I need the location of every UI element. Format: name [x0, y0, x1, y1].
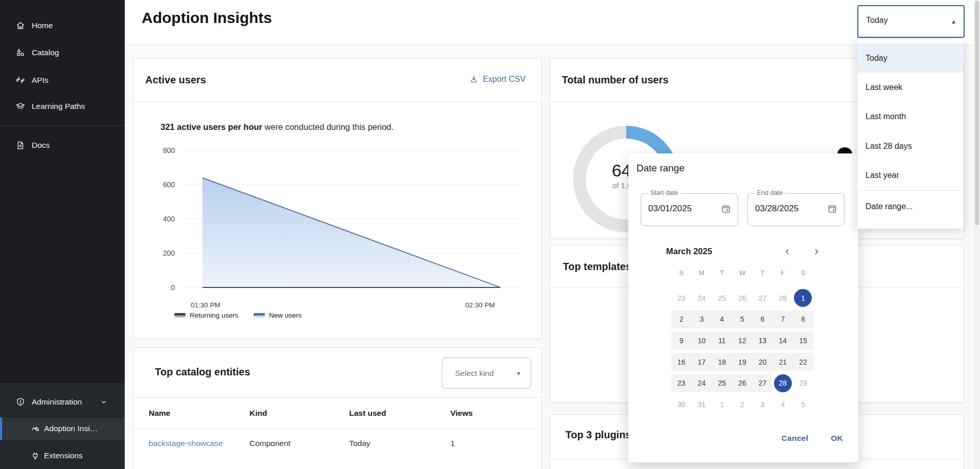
sidebar-item-home[interactable]: Home	[0, 14, 125, 37]
calendar-day[interactable]: 8	[793, 310, 813, 328]
calendar-day[interactable]: 4	[772, 394, 793, 415]
column-header-views: Views	[450, 409, 473, 418]
menu-item-last-week[interactable]: Last week	[857, 73, 964, 102]
chevron-up-icon: ▲	[951, 18, 956, 25]
entity-views: 1	[450, 439, 455, 448]
legend-item-new-users: New users	[254, 311, 302, 319]
calendar-day[interactable]: 15	[793, 331, 813, 349]
calendar-day[interactable]: 28	[774, 374, 792, 392]
calendar-day[interactable]: 18	[712, 353, 732, 371]
previous-month-button[interactable]	[780, 244, 795, 259]
active-users-card: Active users Export CSV 321 active users…	[133, 58, 542, 339]
calendar-icon[interactable]	[721, 204, 731, 214]
calendar-day[interactable]: 23	[671, 287, 692, 309]
card-title: Top catalog entities	[155, 366, 250, 378]
sidebar-item-label: Administration	[32, 397, 82, 407]
active-indicator	[0, 417, 2, 440]
sidebar-item-adoption-insights[interactable]: Adoption Insights	[0, 417, 125, 440]
calendar-day[interactable]: 27	[753, 374, 773, 392]
calendar-day[interactable]: 31	[692, 394, 712, 415]
next-month-button[interactable]	[809, 244, 824, 259]
page-scrollbar[interactable]	[974, 0, 980, 469]
card-title: Total number of users	[562, 74, 669, 86]
calendar-day[interactable]: 27	[753, 287, 773, 309]
calendar-day[interactable]: 1	[712, 394, 732, 415]
sidebar-item-label: Docs	[32, 141, 50, 150]
calendar-day[interactable]: 22	[793, 353, 813, 371]
calendar-day[interactable]: 5	[793, 394, 813, 415]
calendar-day[interactable]: 17	[692, 353, 712, 371]
apis-icon	[15, 75, 26, 85]
calendar-day[interactable]: 2	[732, 394, 753, 415]
chevron-down-icon: ▼	[516, 370, 521, 376]
start-date-field[interactable]: Start date 03/01/2025	[641, 193, 738, 226]
export-csv-button[interactable]: Export CSV	[470, 75, 526, 84]
calendar-day[interactable]: 24	[692, 374, 712, 392]
calendar-month-label: March 2025	[666, 247, 712, 256]
sidebar-item-learning-paths[interactable]: Learning Paths	[0, 95, 125, 118]
column-header-last-used: Last used	[349, 409, 386, 418]
learning-paths-icon	[15, 101, 26, 111]
calendar-day[interactable]: 29	[793, 372, 813, 394]
calendar-day[interactable]: 23	[671, 374, 692, 392]
calendar-day[interactable]: 12	[732, 331, 753, 349]
card-title: Top 3 plugins	[565, 429, 631, 441]
calendar-day[interactable]: 3	[753, 394, 773, 415]
sidebar-item-docs[interactable]: Docs	[0, 134, 125, 157]
svg-text:800: 800	[163, 146, 175, 154]
sidebar-item-extensions[interactable]: Extensions	[0, 444, 125, 467]
column-header-name: Name	[149, 409, 170, 418]
ok-button[interactable]: OK	[831, 434, 843, 443]
date-range-select[interactable]: Today ▲	[857, 5, 965, 38]
menu-item-last-28-days[interactable]: Last 28 days	[857, 131, 964, 161]
calendar-day[interactable]: 1	[794, 289, 812, 307]
calendar-day[interactable]: 21	[772, 353, 793, 371]
menu-item-date-range[interactable]: Date range...	[857, 191, 964, 221]
insights-icon	[31, 424, 40, 433]
sidebar-divider	[0, 125, 125, 126]
calendar-day[interactable]: 28	[772, 287, 793, 309]
calendar-day[interactable]: 16	[671, 353, 692, 371]
calendar-day[interactable]: 7	[772, 310, 793, 328]
sidebar-item-apis[interactable]: APIs	[0, 69, 125, 92]
calendar-day[interactable]: 3	[692, 310, 712, 328]
page-header: Adoption Insights	[125, 0, 980, 45]
calendar-day[interactable]: 30	[671, 394, 692, 415]
table-row: backstage-showcase Component Today 1	[133, 429, 541, 459]
cancel-button[interactable]: Cancel	[782, 434, 809, 443]
calendar-weekday-row: SMTWTFS	[671, 269, 813, 277]
dialog-actions: Cancel OK	[782, 434, 844, 443]
date-range-dialog: Date range Start date 03/01/2025 End dat…	[628, 153, 858, 462]
menu-item-last-month[interactable]: Last month	[857, 102, 964, 131]
calendar-day[interactable]: 26	[732, 287, 753, 309]
active-users-area-chart: 8006004002000	[151, 145, 530, 298]
scrollbar-thumb[interactable]	[975, 1, 979, 225]
menu-item-last-year[interactable]: Last year	[857, 161, 964, 190]
download-icon	[470, 75, 478, 83]
calendar-day[interactable]: 6	[753, 310, 773, 328]
calendar-day[interactable]: 25	[712, 287, 732, 309]
calendar-day[interactable]: 11	[712, 331, 732, 349]
calendar-day[interactable]: 10	[692, 331, 712, 349]
sidebar-item-label: Learning Paths	[32, 102, 85, 111]
calendar-day[interactable]: 20	[753, 353, 773, 371]
entity-link[interactable]: backstage-showcase	[149, 439, 223, 448]
calendar-day[interactable]: 5	[732, 310, 753, 328]
sidebar-item-administration[interactable]: Administration	[0, 391, 125, 413]
calendar-day[interactable]: 26	[732, 374, 753, 392]
svg-text:200: 200	[163, 249, 175, 257]
calendar-day[interactable]: 14	[772, 331, 793, 349]
calendar-day[interactable]: 4	[712, 310, 732, 328]
menu-item-today[interactable]: Today	[857, 43, 964, 73]
end-date-field[interactable]: End date 03/28/2025	[747, 193, 845, 226]
calendar-icon[interactable]	[827, 204, 837, 214]
plug-icon	[31, 451, 40, 460]
calendar-day[interactable]: 2	[671, 310, 692, 328]
sidebar-item-catalog[interactable]: Catalog	[0, 41, 125, 64]
calendar-day[interactable]: 13	[753, 331, 773, 349]
calendar-day[interactable]: 19	[732, 353, 753, 371]
calendar-day[interactable]: 24	[692, 287, 712, 309]
calendar-day[interactable]: 25	[712, 374, 732, 392]
select-kind-dropdown[interactable]: Select kind ▼	[442, 358, 531, 389]
calendar-day[interactable]: 9	[671, 331, 692, 349]
